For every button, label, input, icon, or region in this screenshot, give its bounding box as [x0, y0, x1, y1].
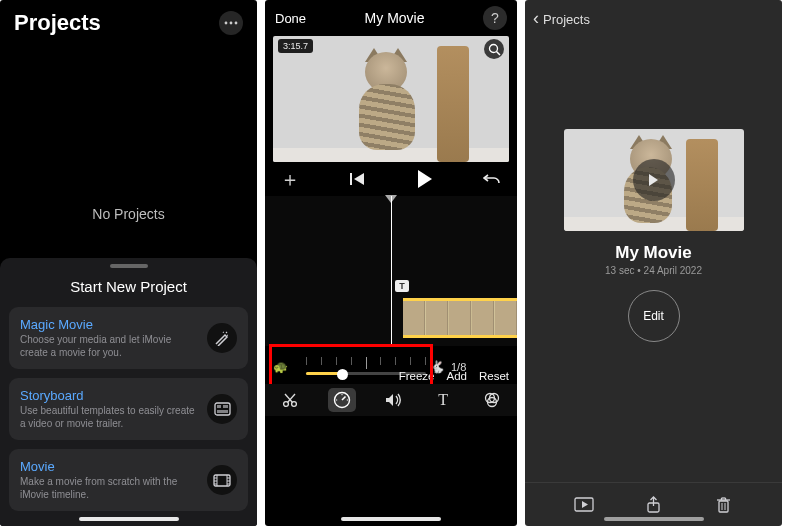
option-subtitle: Choose your media and let iMovie create … [20, 334, 197, 359]
svg-marker-19 [354, 173, 364, 185]
svg-rect-18 [350, 173, 352, 185]
share-button[interactable] [643, 494, 665, 516]
svg-rect-37 [719, 501, 728, 512]
home-indicator[interactable] [341, 517, 441, 521]
option-title: Movie [20, 459, 197, 474]
title-tag[interactable]: T [395, 280, 409, 292]
add-media-button[interactable]: ＋ [279, 168, 301, 190]
video-clip[interactable] [403, 298, 517, 338]
screen-title: Projects [14, 10, 101, 36]
project-name: My Movie [615, 243, 692, 263]
transport-bar: ＋ [265, 162, 517, 194]
svg-line-17 [496, 51, 500, 55]
svg-rect-5 [223, 405, 228, 408]
start-new-project-sheet: Start New Project Magic Movie Choose you… [0, 258, 257, 526]
video-preview[interactable]: 3:15.7 [273, 36, 509, 162]
add-button[interactable]: Add [446, 370, 466, 382]
svg-marker-29 [386, 394, 393, 406]
sheet-header: Start New Project [9, 278, 248, 295]
wand-icon [207, 323, 237, 353]
filters-tool[interactable] [481, 389, 503, 411]
svg-point-1 [230, 22, 233, 25]
option-title: Magic Movie [20, 317, 197, 332]
film-icon [207, 465, 237, 495]
play-project-button[interactable] [573, 494, 595, 516]
svg-line-25 [342, 397, 346, 401]
projects-screen: Projects No Projects Start New Project M… [0, 0, 257, 526]
volume-tool[interactable] [383, 389, 405, 411]
duration-badge: 3:15.7 [278, 39, 313, 53]
tool-row: T [265, 384, 517, 416]
option-title: Storyboard [20, 388, 197, 403]
done-button[interactable]: Done [275, 11, 306, 26]
play-button[interactable] [414, 168, 436, 190]
option-movie[interactable]: Movie Make a movie from scratch with the… [9, 449, 248, 511]
reset-button[interactable]: Reset [479, 370, 509, 382]
option-subtitle: Use beautiful templates to easily create… [20, 405, 197, 430]
storyboard-icon [207, 394, 237, 424]
svg-point-16 [489, 44, 497, 52]
cut-tool[interactable] [279, 389, 301, 411]
home-indicator[interactable] [79, 517, 179, 521]
option-storyboard[interactable]: Storyboard Use beautiful templates to ea… [9, 378, 248, 440]
tortoise-icon: 🐢 [273, 360, 288, 374]
svg-point-2 [235, 22, 238, 25]
svg-rect-3 [215, 403, 230, 415]
project-detail-screen: Projects My Movie 13 sec • 24 April 2022… [525, 0, 782, 526]
cat-illustration [347, 52, 427, 152]
project-subtitle: 13 sec • 24 April 2022 [605, 265, 702, 276]
back-button[interactable]: Projects [533, 8, 590, 29]
title-tool[interactable]: T [432, 389, 454, 411]
prev-frame-button[interactable] [346, 168, 368, 190]
zoom-button[interactable] [484, 39, 504, 59]
project-thumbnail[interactable] [564, 129, 744, 231]
svg-rect-6 [217, 410, 228, 413]
svg-point-0 [225, 22, 228, 25]
freeze-button[interactable]: Freeze [399, 370, 435, 382]
project-title: My Movie [306, 10, 483, 26]
more-button[interactable] [219, 11, 243, 35]
svg-rect-4 [217, 405, 221, 408]
undo-button[interactable] [481, 168, 503, 190]
timeline[interactable]: T 🐢 🐇 1/8 Freeze Add Reset [265, 196, 517, 416]
option-magic-movie[interactable]: Magic Movie Choose your media and let iM… [9, 307, 248, 369]
edit-button[interactable]: Edit [628, 290, 680, 342]
home-indicator[interactable] [604, 517, 704, 521]
sheet-grabber[interactable] [110, 264, 148, 268]
speed-panel: 🐢 🐇 1/8 Freeze Add Reset [265, 346, 517, 388]
speed-tool[interactable] [328, 388, 356, 412]
svg-marker-34 [582, 501, 588, 508]
help-button[interactable]: ? [483, 6, 507, 30]
editor-screen: Done My Movie ? 3:15.7 ＋ [265, 0, 517, 526]
option-subtitle: Make a movie from scratch with the iMovi… [20, 476, 197, 501]
empty-state-text: No Projects [0, 206, 257, 222]
play-overlay-icon [633, 159, 675, 201]
delete-button[interactable] [712, 494, 734, 516]
